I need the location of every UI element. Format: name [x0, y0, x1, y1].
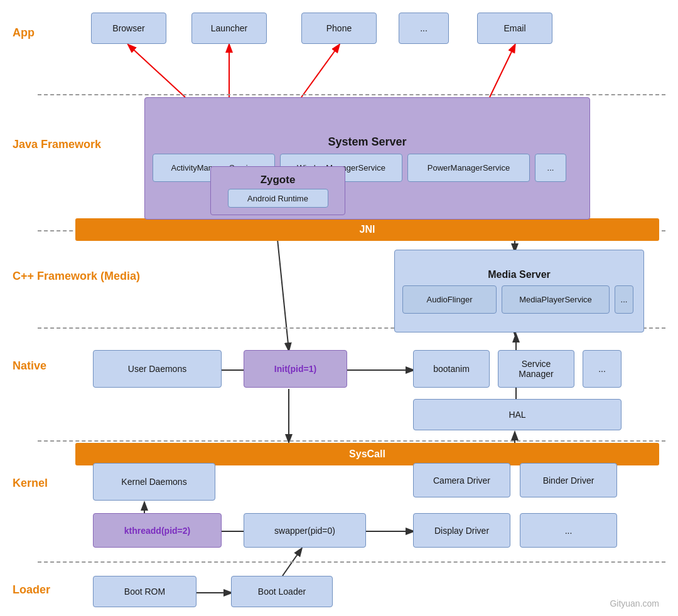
svg-line-3 [490, 45, 515, 97]
power-manager-service: PowerManagerService [407, 154, 530, 182]
layer-app: App [13, 26, 35, 40]
media-server-services: AudioFlinger MediaPlayerService ... [402, 285, 633, 314]
media-server-title: Media Server [402, 269, 636, 280]
syscall-bar: SysCall [75, 443, 659, 465]
audio-flinger: AudioFlinger [402, 285, 497, 314]
swapper-box: swapper(pid=0) [244, 513, 366, 548]
app-phone: Phone [301, 13, 377, 44]
app-dots: ... [399, 13, 449, 44]
app-email: Email [477, 13, 552, 44]
zygote-label: Zygote [261, 174, 296, 186]
binder-driver: Binder Driver [520, 463, 617, 497]
camera-driver: Camera Driver [413, 463, 510, 497]
service-manager: Service Manager [498, 350, 574, 388]
boot-rom: Boot ROM [93, 576, 196, 607]
system-server-title: System Server [153, 135, 582, 149]
kernel-daemons: Kernel Daemons [93, 463, 215, 501]
divider-4 [38, 440, 665, 442]
layer-kernel: Kernel [13, 477, 48, 490]
watermark: Gityuan.com [610, 598, 659, 608]
svg-line-8 [276, 227, 289, 350]
boot-loader: Boot Loader [231, 576, 333, 607]
svg-line-0 [129, 45, 185, 97]
media-server-container: Media Server AudioFlinger MediaPlayerSer… [394, 250, 644, 332]
kernel-more: ... [520, 513, 617, 548]
layer-cpp-framework: C++ Framework (Media) [13, 270, 140, 283]
app-launcher: Launcher [191, 13, 267, 44]
user-daemons: User Daemons [93, 350, 222, 388]
media-server-more: ... [615, 285, 633, 314]
android-runtime: Android Runtime [228, 189, 328, 208]
native-more: ... [583, 350, 622, 388]
display-driver: Display Driver [413, 513, 510, 548]
diagram-container: App Java Framework C++ Framework (Media)… [0, 0, 678, 616]
layer-loader: Loader [13, 583, 50, 597]
divider-5 [38, 561, 665, 563]
divider-1 [38, 94, 665, 95]
media-player-service: MediaPlayerService [502, 285, 610, 314]
bootanim: bootanim [413, 350, 490, 388]
svg-line-2 [301, 45, 339, 97]
zygote-box: Zygote Android Runtime [210, 166, 345, 215]
kthreadd-box: kthreadd(pid=2) [93, 513, 222, 548]
system-server-more: ... [535, 154, 566, 182]
app-browser: Browser [91, 13, 166, 44]
init-box: Init(pid=1) [244, 350, 347, 388]
hal-box: HAL [413, 399, 622, 430]
layer-java-framework: Java Framework [13, 138, 101, 151]
jni-bar: JNI [75, 218, 659, 241]
layer-native: Native [13, 359, 46, 373]
